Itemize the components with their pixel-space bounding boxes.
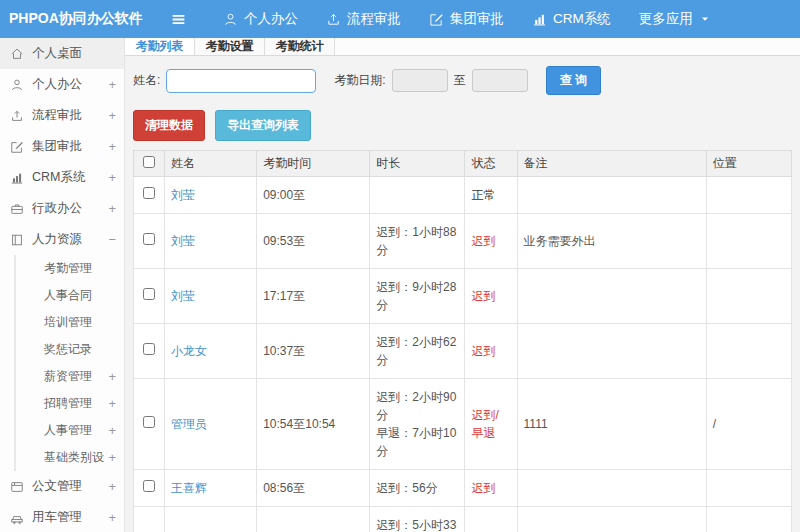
sidebar-item-3[interactable]: 集团审批+ [0, 131, 124, 162]
sidebar-item-15[interactable]: 公文管理+ [0, 471, 124, 502]
sidebar-item-10[interactable]: 奖惩记录 [14, 336, 124, 363]
name-link[interactable]: 刘莹 [171, 289, 195, 303]
name-cell: 刘莹 [165, 269, 257, 324]
expand-icon[interactable]: + [104, 510, 116, 525]
top-nav: 个人办公流程审批集团审批CRM系统更多应用 [209, 0, 725, 38]
row-checkbox[interactable] [143, 233, 155, 245]
column-header-2: 时长 [370, 151, 465, 177]
nav-item-0[interactable]: 个人办公 [209, 0, 312, 38]
sidebar-item-9[interactable]: 培训管理 [14, 309, 124, 336]
location-cell [706, 470, 791, 507]
date-to-input[interactable] [472, 69, 528, 92]
sidebar-item-13[interactable]: 人事管理+ [14, 417, 124, 444]
sidebar-item-1[interactable]: 个人办公+ [0, 69, 124, 100]
sidebar-item-label: 人事合同 [44, 287, 104, 304]
duration-line: 迟到：5小时33分 [376, 516, 458, 532]
name-input[interactable] [166, 69, 316, 93]
clean-data-button[interactable]: 清理数据 [133, 110, 205, 141]
expand-icon[interactable]: + [104, 423, 116, 438]
duration-cell: 迟到：56分 [370, 470, 465, 507]
nav-item-label: 更多应用 [639, 10, 693, 28]
sidebar-item-11[interactable]: 薪资管理+ [14, 363, 124, 390]
location-cell [706, 324, 791, 379]
nav-item-4[interactable]: 更多应用 [625, 0, 725, 38]
tab-0[interactable]: 考勤列表 [125, 38, 195, 55]
name-link[interactable]: 刘莹 [171, 234, 195, 248]
name-link[interactable]: 王喜辉 [171, 481, 207, 495]
expand-icon[interactable]: + [104, 450, 116, 465]
expand-icon[interactable]: + [104, 201, 116, 216]
expand-icon[interactable]: + [104, 139, 116, 154]
tab-2[interactable]: 考勤统计 [265, 38, 335, 55]
name-cell: 管理员 [165, 379, 257, 470]
expand-icon[interactable]: + [104, 396, 116, 411]
time-cell: 13:20至13:20 [257, 507, 370, 532]
table-row: 小龙女10:37至迟到：2小时62分迟到 [134, 324, 792, 379]
sidebar-item-8[interactable]: 人事合同 [14, 282, 124, 309]
table-row: 管理员10:54至10:54迟到：2小时90分早退：7小时10分迟到/早退111… [134, 379, 792, 470]
sidebar-item-label: 人事管理 [44, 422, 104, 439]
name-link[interactable]: 刘莹 [171, 188, 195, 202]
collapse-icon[interactable]: − [104, 232, 116, 247]
row-checkbox[interactable] [143, 187, 155, 199]
column-header-1: 考勤时间 [257, 151, 370, 177]
sidebar-item-5[interactable]: 行政办公+ [0, 193, 124, 224]
name-link[interactable]: 小龙女 [171, 344, 207, 358]
home-icon [10, 47, 25, 61]
status-badge: 迟到 [471, 481, 495, 495]
sidebar-item-label: 行政办公 [32, 200, 104, 217]
table-row: 刘莹09:00至正常 [134, 177, 792, 214]
export-list-button[interactable]: 导出查询列表 [215, 110, 311, 141]
sidebar-item-12[interactable]: 招聘管理+ [14, 390, 124, 417]
sidebar-item-16[interactable]: 用车管理+ [0, 502, 124, 532]
nav-item-3[interactable]: CRM系统 [518, 0, 625, 38]
note-cell: 1111 [517, 379, 706, 470]
select-all-cell [134, 151, 165, 177]
note-cell [517, 324, 706, 379]
attendance-table: 姓名考勤时间时长状态备注位置 刘莹09:00至正常刘莹09:53至迟到：1小时8… [133, 150, 792, 532]
status-cell: 迟到 [465, 324, 517, 379]
row-checkbox[interactable] [143, 480, 155, 492]
time-cell: 09:53至 [257, 214, 370, 269]
column-header-0: 姓名 [165, 151, 257, 177]
duration-line: 迟到：9小时28分 [376, 278, 458, 314]
nav-item-1[interactable]: 流程审批 [312, 0, 415, 38]
top-navbar: PHPOA协同办公软件 个人办公流程审批集团审批CRM系统更多应用 [0, 0, 800, 38]
sidebar-item-label: 集团审批 [32, 138, 104, 155]
row-checkbox[interactable] [143, 416, 155, 428]
nav-item-label: 个人办公 [244, 10, 298, 28]
name-label: 姓名: [133, 72, 160, 89]
duration-line: 迟到：1小时88分 [376, 223, 458, 259]
row-checkbox[interactable] [143, 288, 155, 300]
expand-icon[interactable]: + [104, 170, 116, 185]
sidebar-item-6[interactable]: 人力资源− [0, 224, 124, 255]
briefcase-icon [10, 202, 25, 216]
duration-line: 迟到：56分 [376, 479, 458, 497]
expand-icon[interactable]: + [104, 77, 116, 92]
sidebar-item-2[interactable]: 流程审批+ [0, 100, 124, 131]
query-button[interactable]: 查 询 [546, 66, 601, 95]
name-link[interactable]: 管理员 [171, 417, 207, 431]
to-label: 至 [454, 72, 466, 89]
flow-icon [10, 109, 25, 123]
expand-icon[interactable]: + [104, 369, 116, 384]
sidebar-item-7[interactable]: 考勤管理 [14, 255, 124, 282]
tab-1[interactable]: 考勤设置 [195, 38, 265, 55]
expand-icon[interactable]: + [104, 108, 116, 123]
sidebar-item-label: 用车管理 [32, 509, 104, 526]
row-checkbox[interactable] [143, 343, 155, 355]
time-cell: 08:56至 [257, 470, 370, 507]
expand-icon[interactable]: + [104, 479, 116, 494]
date-from-input[interactable] [392, 69, 448, 92]
select-all-checkbox[interactable] [143, 156, 155, 168]
sidebar-item-0[interactable]: 个人桌面 [0, 38, 124, 69]
attendance-table-wrap: 姓名考勤时间时长状态备注位置 刘莹09:00至正常刘莹09:53至迟到：1小时8… [125, 150, 800, 532]
sidebar-item-14[interactable]: 基础类别设置+ [14, 444, 124, 471]
menu-toggle-icon[interactable] [170, 11, 187, 28]
location-cell [706, 269, 791, 324]
duration-cell: 迟到：9小时28分 [370, 269, 465, 324]
sidebar-item-4[interactable]: CRM系统+ [0, 162, 124, 193]
nav-item-2[interactable]: 集团审批 [415, 0, 518, 38]
nav-item-label: 集团审批 [450, 10, 504, 28]
row-checkbox-cell [134, 177, 165, 214]
